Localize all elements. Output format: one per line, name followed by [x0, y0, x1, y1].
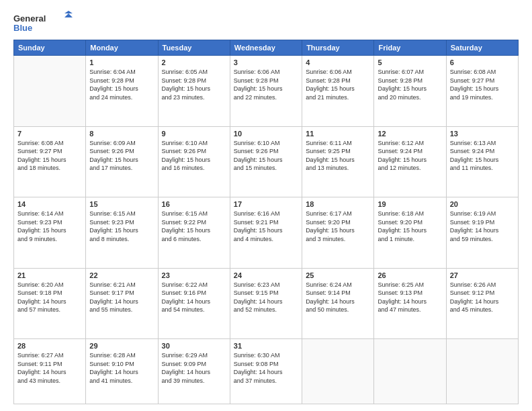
calendar-header-saturday: Saturday	[446, 40, 518, 56]
calendar-cell: 10Sunrise: 6:10 AM Sunset: 9:26 PM Dayli…	[230, 126, 302, 197]
day-number: 4	[306, 58, 370, 66]
day-number: 22	[89, 271, 154, 279]
calendar-cell: 5Sunrise: 6:07 AM Sunset: 9:28 PM Daylig…	[374, 56, 446, 127]
calendar-cell: 3Sunrise: 6:06 AM Sunset: 9:28 PM Daylig…	[230, 56, 302, 127]
calendar-cell	[374, 339, 446, 404]
calendar-cell	[14, 56, 86, 127]
calendar-header-thursday: Thursday	[302, 40, 374, 56]
calendar-cell: 6Sunrise: 6:08 AM Sunset: 9:27 PM Daylig…	[446, 56, 518, 127]
day-number: 10	[234, 130, 298, 138]
day-info: Sunrise: 6:27 AM Sunset: 9:11 PM Dayligh…	[17, 351, 82, 385]
day-number: 25	[306, 271, 370, 279]
calendar-cell: 12Sunrise: 6:12 AM Sunset: 9:24 PM Dayli…	[374, 126, 446, 197]
day-number: 18	[306, 200, 370, 208]
day-info: Sunrise: 6:26 AM Sunset: 9:12 PM Dayligh…	[450, 281, 515, 314]
day-number: 29	[89, 342, 154, 350]
calendar-week-row: 21Sunrise: 6:20 AM Sunset: 9:18 PM Dayli…	[14, 268, 519, 339]
calendar-cell: 20Sunrise: 6:19 AM Sunset: 9:19 PM Dayli…	[446, 197, 518, 269]
day-info: Sunrise: 6:18 AM Sunset: 9:20 PM Dayligh…	[378, 210, 442, 243]
day-info: Sunrise: 6:08 AM Sunset: 9:27 PM Dayligh…	[17, 139, 82, 173]
calendar-header-sunday: Sunday	[14, 40, 86, 56]
calendar-header-row: SundayMondayTuesdayWednesdayThursdayFrid…	[14, 40, 519, 56]
day-info: Sunrise: 6:15 AM Sunset: 9:22 PM Dayligh…	[162, 210, 226, 243]
day-info: Sunrise: 6:10 AM Sunset: 9:26 PM Dayligh…	[234, 139, 298, 173]
day-info: Sunrise: 6:10 AM Sunset: 9:26 PM Dayligh…	[162, 139, 226, 173]
calendar-cell: 23Sunrise: 6:22 AM Sunset: 9:16 PM Dayli…	[158, 268, 230, 339]
day-info: Sunrise: 6:13 AM Sunset: 9:24 PM Dayligh…	[450, 139, 515, 173]
day-info: Sunrise: 6:06 AM Sunset: 9:28 PM Dayligh…	[234, 68, 298, 101]
calendar-cell: 16Sunrise: 6:15 AM Sunset: 9:22 PM Dayli…	[158, 197, 230, 269]
calendar-cell: 11Sunrise: 6:11 AM Sunset: 9:25 PM Dayli…	[302, 126, 374, 197]
calendar-cell: 29Sunrise: 6:28 AM Sunset: 9:10 PM Dayli…	[86, 339, 158, 404]
day-info: Sunrise: 6:07 AM Sunset: 9:28 PM Dayligh…	[378, 68, 442, 101]
day-number: 19	[378, 200, 442, 208]
day-number: 12	[378, 130, 442, 138]
day-info: Sunrise: 6:19 AM Sunset: 9:19 PM Dayligh…	[450, 210, 515, 243]
day-number: 30	[162, 342, 226, 350]
calendar-header-friday: Friday	[374, 40, 446, 56]
logo: General Blue	[13, 11, 74, 34]
day-info: Sunrise: 6:12 AM Sunset: 9:24 PM Dayligh…	[378, 139, 442, 173]
day-number: 28	[17, 342, 82, 350]
calendar-cell: 18Sunrise: 6:17 AM Sunset: 9:20 PM Dayli…	[302, 197, 374, 269]
calendar-cell: 4Sunrise: 6:06 AM Sunset: 9:28 PM Daylig…	[302, 56, 374, 127]
day-number: 17	[234, 200, 298, 208]
day-number: 16	[162, 200, 226, 208]
calendar-cell: 19Sunrise: 6:18 AM Sunset: 9:20 PM Dayli…	[374, 197, 446, 269]
day-number: 15	[89, 200, 154, 208]
day-info: Sunrise: 6:06 AM Sunset: 9:28 PM Dayligh…	[306, 68, 370, 101]
calendar-cell: 21Sunrise: 6:20 AM Sunset: 9:18 PM Dayli…	[14, 268, 86, 339]
day-number: 8	[89, 130, 154, 138]
calendar-cell: 13Sunrise: 6:13 AM Sunset: 9:24 PM Dayli…	[446, 126, 518, 197]
calendar-cell: 14Sunrise: 6:14 AM Sunset: 9:23 PM Dayli…	[14, 197, 86, 269]
day-number: 5	[378, 58, 442, 66]
day-info: Sunrise: 6:05 AM Sunset: 9:28 PM Dayligh…	[162, 68, 226, 101]
calendar-cell: 2Sunrise: 6:05 AM Sunset: 9:28 PM Daylig…	[158, 56, 230, 127]
day-number: 11	[306, 130, 370, 138]
calendar-week-row: 28Sunrise: 6:27 AM Sunset: 9:11 PM Dayli…	[14, 339, 519, 404]
day-info: Sunrise: 6:15 AM Sunset: 9:23 PM Dayligh…	[89, 210, 154, 243]
calendar-table: SundayMondayTuesdayWednesdayThursdayFrid…	[13, 40, 519, 404]
day-info: Sunrise: 6:20 AM Sunset: 9:18 PM Dayligh…	[17, 281, 82, 314]
day-number: 1	[89, 58, 154, 66]
calendar-cell: 28Sunrise: 6:27 AM Sunset: 9:11 PM Dayli…	[14, 339, 86, 404]
day-number: 7	[17, 130, 82, 138]
day-info: Sunrise: 6:24 AM Sunset: 9:14 PM Dayligh…	[306, 281, 370, 314]
day-info: Sunrise: 6:09 AM Sunset: 9:26 PM Dayligh…	[89, 139, 154, 173]
day-number: 27	[450, 271, 515, 279]
day-info: Sunrise: 6:21 AM Sunset: 9:17 PM Dayligh…	[89, 281, 154, 314]
day-info: Sunrise: 6:11 AM Sunset: 9:25 PM Dayligh…	[306, 139, 370, 173]
day-info: Sunrise: 6:04 AM Sunset: 9:28 PM Dayligh…	[89, 68, 154, 101]
day-number: 31	[234, 342, 298, 350]
calendar-cell: 31Sunrise: 6:30 AM Sunset: 9:08 PM Dayli…	[230, 339, 302, 404]
day-info: Sunrise: 6:29 AM Sunset: 9:09 PM Dayligh…	[162, 351, 226, 385]
calendar-cell: 8Sunrise: 6:09 AM Sunset: 9:26 PM Daylig…	[86, 126, 158, 197]
calendar-cell: 22Sunrise: 6:21 AM Sunset: 9:17 PM Dayli…	[86, 268, 158, 339]
day-number: 3	[234, 58, 298, 66]
calendar-cell: 26Sunrise: 6:25 AM Sunset: 9:13 PM Dayli…	[374, 268, 446, 339]
day-info: Sunrise: 6:17 AM Sunset: 9:20 PM Dayligh…	[306, 210, 370, 243]
day-number: 9	[162, 130, 226, 138]
page: General Blue SundayMondayTuesdayWednesda…	[0, 0, 532, 411]
calendar-header-tuesday: Tuesday	[158, 40, 230, 56]
calendar-cell: 17Sunrise: 6:16 AM Sunset: 9:21 PM Dayli…	[230, 197, 302, 269]
day-number: 24	[234, 271, 298, 279]
day-info: Sunrise: 6:25 AM Sunset: 9:13 PM Dayligh…	[378, 281, 442, 314]
header: General Blue	[13, 11, 519, 34]
calendar-cell: 27Sunrise: 6:26 AM Sunset: 9:12 PM Dayli…	[446, 268, 518, 339]
day-info: Sunrise: 6:23 AM Sunset: 9:15 PM Dayligh…	[234, 281, 298, 314]
day-number: 23	[162, 271, 226, 279]
calendar-week-row: 1Sunrise: 6:04 AM Sunset: 9:28 PM Daylig…	[14, 56, 519, 127]
day-number: 2	[162, 58, 226, 66]
day-number: 20	[450, 200, 515, 208]
day-info: Sunrise: 6:16 AM Sunset: 9:21 PM Dayligh…	[234, 210, 298, 243]
calendar-cell: 7Sunrise: 6:08 AM Sunset: 9:27 PM Daylig…	[14, 126, 86, 197]
calendar-cell: 24Sunrise: 6:23 AM Sunset: 9:15 PM Dayli…	[230, 268, 302, 339]
calendar-header-monday: Monday	[86, 40, 158, 56]
day-number: 21	[17, 271, 82, 279]
calendar-cell: 25Sunrise: 6:24 AM Sunset: 9:14 PM Dayli…	[302, 268, 374, 339]
svg-marker-3	[64, 13, 73, 17]
calendar-cell: 15Sunrise: 6:15 AM Sunset: 9:23 PM Dayli…	[86, 197, 158, 269]
day-number: 26	[378, 271, 442, 279]
svg-text:General: General	[13, 13, 46, 24]
